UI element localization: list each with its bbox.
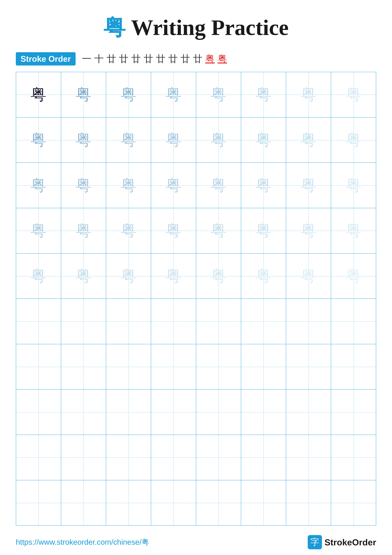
grid-cell-9-2[interactable]	[61, 435, 106, 480]
grid-cell-7-1[interactable]	[16, 344, 61, 389]
grid-cell-1-1[interactable]: 粤	[16, 72, 61, 117]
grid-cell-5-8[interactable]: 粤	[331, 254, 376, 299]
grid-cell-9-6[interactable]	[241, 435, 286, 480]
practice-char: 粤	[346, 87, 362, 102]
practice-char: 粤	[76, 132, 91, 148]
grid-cell-5-3[interactable]: 粤	[106, 254, 151, 299]
practice-char: 粤	[165, 132, 181, 148]
grid-cell-6-7[interactable]	[286, 299, 331, 344]
grid-cell-9-4[interactable]	[151, 435, 196, 480]
grid-cell-8-3[interactable]	[106, 389, 151, 435]
grid-cell-3-8[interactable]: 粤	[331, 163, 376, 208]
grid-cell-4-3[interactable]: 粤	[106, 208, 151, 253]
grid-cell-1-4[interactable]: 粤	[151, 72, 196, 117]
grid-cell-9-3[interactable]	[106, 435, 151, 480]
page: 粤 Writing Practice Stroke Order 一 十 廿 廿 …	[0, 0, 392, 555]
grid-cell-6-5[interactable]	[196, 299, 241, 344]
grid-cell-5-7[interactable]: 粤	[286, 254, 331, 299]
grid-cell-4-2[interactable]: 粤	[61, 208, 106, 253]
practice-char: 粤	[165, 268, 181, 284]
grid-cell-7-7[interactable]	[286, 344, 331, 389]
grid-cell-2-7[interactable]: 粤	[286, 117, 331, 163]
grid-cell-9-7[interactable]	[286, 435, 331, 480]
grid-cell-5-2[interactable]: 粤	[61, 254, 106, 299]
grid-cell-5-4[interactable]: 粤	[151, 254, 196, 299]
grid-cell-10-7[interactable]	[286, 480, 331, 526]
grid-cell-6-3[interactable]	[106, 299, 151, 344]
grid-cell-7-4[interactable]	[151, 344, 196, 389]
grid-cell-1-8[interactable]: 粤	[331, 72, 376, 117]
grid-cell-10-3[interactable]	[106, 480, 151, 526]
grid-cell-1-6[interactable]: 粤	[241, 72, 286, 117]
grid-cell-10-2[interactable]	[61, 480, 106, 526]
grid-cell-2-3[interactable]: 粤	[106, 117, 151, 163]
grid-cell-4-4[interactable]: 粤	[151, 208, 196, 253]
grid-cell-6-1[interactable]	[16, 299, 61, 344]
grid-cell-5-6[interactable]: 粤	[241, 254, 286, 299]
grid-row-9	[16, 435, 376, 480]
grid-cell-7-8[interactable]	[331, 344, 376, 389]
grid-cell-3-2[interactable]: 粤	[61, 163, 106, 208]
grid-cell-6-2[interactable]	[61, 299, 106, 344]
grid-cell-6-6[interactable]	[241, 299, 286, 344]
grid-cell-2-4[interactable]: 粤	[151, 117, 196, 163]
grid-cell-2-8[interactable]: 粤	[331, 117, 376, 163]
grid-cell-9-8[interactable]	[331, 435, 376, 480]
practice-char: 粤	[76, 223, 91, 239]
practice-char: 粤	[256, 223, 271, 239]
practice-char: 粤	[121, 177, 136, 193]
grid-cell-3-4[interactable]: 粤	[151, 163, 196, 208]
grid-cell-3-1[interactable]: 粤	[16, 163, 61, 208]
grid-row-8	[16, 389, 376, 435]
grid-cell-10-4[interactable]	[151, 480, 196, 526]
grid-cell-1-5[interactable]: 粤	[196, 72, 241, 117]
grid-cell-5-1[interactable]: 粤	[16, 254, 61, 299]
grid-cell-4-1[interactable]: 粤	[16, 208, 61, 253]
grid-cell-7-2[interactable]	[61, 344, 106, 389]
grid-cell-2-6[interactable]: 粤	[241, 117, 286, 163]
grid-cell-8-7[interactable]	[286, 389, 331, 435]
grid-cell-10-8[interactable]	[331, 480, 376, 526]
grid-cell-6-8[interactable]	[331, 299, 376, 344]
grid-cell-10-6[interactable]	[241, 480, 286, 526]
practice-char: 粤	[121, 268, 136, 284]
grid-row-1: 粤 粤 粤 粤 粤 粤 粤 粤	[16, 72, 376, 117]
grid-cell-4-6[interactable]: 粤	[241, 208, 286, 253]
grid-cell-8-5[interactable]	[196, 389, 241, 435]
grid-cell-8-6[interactable]	[241, 389, 286, 435]
grid-cell-7-3[interactable]	[106, 344, 151, 389]
grid-cell-4-7[interactable]: 粤	[286, 208, 331, 253]
grid-cell-8-8[interactable]	[331, 389, 376, 435]
grid-cell-9-1[interactable]	[16, 435, 61, 480]
grid-cell-2-5[interactable]: 粤	[196, 117, 241, 163]
practice-char: 粤	[256, 268, 271, 284]
grid-cell-3-7[interactable]: 粤	[286, 163, 331, 208]
grid-cell-2-1[interactable]: 粤	[16, 117, 61, 163]
practice-char: 粤	[256, 87, 271, 102]
grid-cell-1-2[interactable]: 粤	[61, 72, 106, 117]
grid-cell-2-2[interactable]: 粤	[61, 117, 106, 163]
grid-cell-9-5[interactable]	[196, 435, 241, 480]
practice-char: 粤	[211, 177, 227, 193]
grid-cell-10-5[interactable]	[196, 480, 241, 526]
stroke-step-9: 廿	[181, 52, 190, 65]
stroke-step-11: 粤	[205, 52, 215, 65]
grid-cell-1-7[interactable]: 粤	[286, 72, 331, 117]
grid-cell-6-4[interactable]	[151, 299, 196, 344]
grid-cell-1-3[interactable]: 粤	[106, 72, 151, 117]
grid-cell-7-6[interactable]	[241, 344, 286, 389]
stroke-step-5: 廿	[131, 52, 141, 65]
grid-cell-3-5[interactable]: 粤	[196, 163, 241, 208]
grid-cell-4-8[interactable]: 粤	[331, 208, 376, 253]
stroke-step-1: 一	[82, 52, 91, 65]
grid-cell-7-5[interactable]	[196, 344, 241, 389]
grid-cell-3-3[interactable]: 粤	[106, 163, 151, 208]
grid-cell-3-6[interactable]: 粤	[241, 163, 286, 208]
grid-cell-10-1[interactable]	[16, 480, 61, 526]
grid-cell-5-5[interactable]: 粤	[196, 254, 241, 299]
grid-cell-8-2[interactable]	[61, 389, 106, 435]
footer-url[interactable]: https://www.strokeorder.com/chinese/粤	[16, 537, 149, 547]
grid-cell-4-5[interactable]: 粤	[196, 208, 241, 253]
grid-cell-8-4[interactable]	[151, 389, 196, 435]
grid-cell-8-1[interactable]	[16, 389, 61, 435]
